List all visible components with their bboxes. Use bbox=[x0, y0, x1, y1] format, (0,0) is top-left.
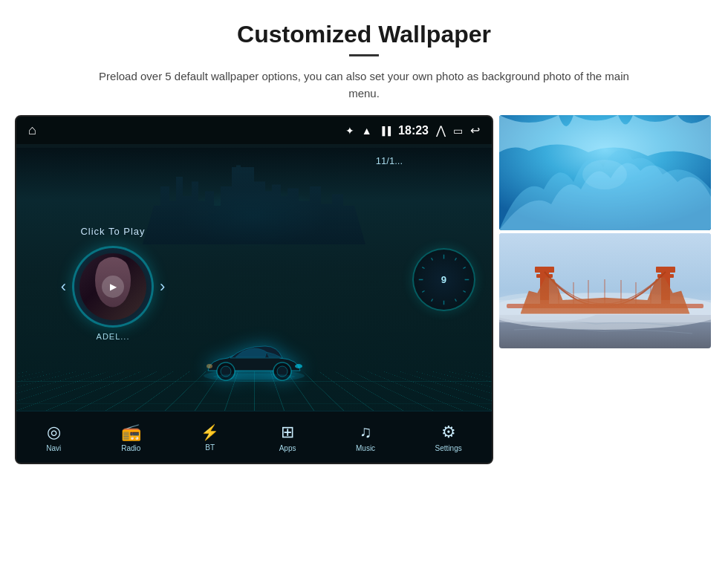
date-overlay: 11/1... bbox=[376, 155, 403, 166]
apps-label: Apps bbox=[279, 444, 296, 452]
wifi-icon: ▲ bbox=[362, 125, 372, 137]
home-icon[interactable]: ⌂ bbox=[28, 123, 36, 138]
nav-item-radio[interactable]: 📻 Radio bbox=[121, 423, 141, 452]
signal-icon: ▐▐ bbox=[379, 126, 391, 135]
next-button[interactable]: › bbox=[160, 277, 165, 296]
svg-line-19 bbox=[431, 258, 432, 260]
svg-rect-27 bbox=[507, 304, 703, 308]
svg-line-16 bbox=[422, 290, 424, 292]
car-screen: ⌂ ✦ ▲ ▐▐ 18:23 ⋀ ▭ ↩ Click To Play ‹ bbox=[15, 115, 493, 464]
svg-line-12 bbox=[463, 290, 465, 292]
nav-item-bt[interactable]: ⚡ BT bbox=[201, 423, 219, 452]
music-player: Click To Play ‹ ▶ › ADEL... bbox=[31, 163, 195, 403]
click-to-play-text[interactable]: Click To Play bbox=[80, 226, 145, 237]
wallpaper-thumb-bridge[interactable] bbox=[499, 233, 711, 348]
wallpaper-thumb-ice[interactable] bbox=[499, 115, 711, 230]
svg-rect-32 bbox=[656, 267, 675, 273]
main-scene: Click To Play ‹ ▶ › ADEL... bbox=[16, 148, 492, 411]
play-button[interactable]: ▶ bbox=[102, 276, 124, 298]
nav-item-apps[interactable]: ⊞ Apps bbox=[279, 423, 296, 452]
ice-cave-svg bbox=[499, 115, 711, 230]
bottom-nav: ◎ Navi 📻 Radio ⚡ BT ⊞ Apps ♫ Music ⚙ Set… bbox=[16, 411, 492, 463]
main-content: ⌂ ✦ ▲ ▐▐ 18:23 ⋀ ▭ ↩ Click To Play ‹ bbox=[15, 115, 713, 464]
svg-line-18 bbox=[422, 267, 424, 268]
settings-label: Settings bbox=[435, 444, 462, 452]
car-svg bbox=[195, 337, 313, 385]
music-label: Music bbox=[356, 444, 375, 452]
bt-icon: ⚡ bbox=[201, 423, 219, 441]
dial-ring: 9 bbox=[412, 248, 475, 311]
svg-rect-41 bbox=[499, 300, 711, 322]
back-icon[interactable]: ↩ bbox=[470, 123, 480, 137]
wallpaper-thumbnails bbox=[499, 115, 711, 348]
album-container: ‹ ▶ › bbox=[61, 246, 166, 328]
bluetooth-icon: ✦ bbox=[345, 125, 354, 137]
radio-icon: 📻 bbox=[121, 423, 141, 442]
page-title: Customized Wallpaper bbox=[237, 21, 491, 48]
status-time: 18:23 bbox=[398, 124, 429, 137]
nav-item-music[interactable]: ♫ Music bbox=[356, 423, 375, 452]
svg-point-7 bbox=[213, 374, 295, 380]
album-label: ADEL... bbox=[97, 332, 130, 341]
page-subtitle: Preload over 5 default wallpaper options… bbox=[97, 68, 631, 102]
status-right: ✦ ▲ ▐▐ 18:23 ⋀ ▭ ↩ bbox=[345, 123, 480, 137]
svg-rect-29 bbox=[535, 267, 554, 273]
navi-label: Navi bbox=[46, 444, 61, 452]
apps-icon: ⊞ bbox=[281, 423, 294, 442]
svg-text:9: 9 bbox=[441, 274, 446, 285]
car-visual bbox=[187, 337, 321, 388]
status-bar: ⌂ ✦ ▲ ▐▐ 18:23 ⋀ ▭ ↩ bbox=[16, 117, 492, 144]
navi-icon: ◎ bbox=[47, 423, 61, 442]
svg-line-13 bbox=[455, 299, 456, 301]
speed-dial: 9 bbox=[406, 155, 481, 403]
nav-item-navi[interactable]: ◎ Navi bbox=[46, 423, 61, 452]
svg-point-5 bbox=[295, 364, 302, 368]
status-left: ⌂ bbox=[28, 123, 36, 138]
expand-icon[interactable]: ⋀ bbox=[436, 123, 446, 137]
dial-ticks-svg: 9 bbox=[416, 252, 472, 307]
svg-point-6 bbox=[207, 364, 212, 368]
nav-item-settings[interactable]: ⚙ Settings bbox=[435, 423, 462, 452]
svg-point-22 bbox=[582, 160, 627, 189]
album-ring: ▶ bbox=[72, 246, 154, 328]
prev-button[interactable]: ‹ bbox=[61, 277, 66, 296]
music-icon: ♫ bbox=[360, 423, 372, 442]
svg-line-10 bbox=[463, 267, 465, 268]
window-icon[interactable]: ▭ bbox=[453, 125, 463, 137]
svg-line-9 bbox=[455, 258, 456, 260]
svg-point-25 bbox=[499, 293, 711, 330]
title-divider bbox=[349, 54, 379, 56]
bt-label: BT bbox=[205, 443, 215, 452]
svg-line-15 bbox=[431, 299, 432, 301]
settings-icon: ⚙ bbox=[441, 423, 456, 442]
radio-label: Radio bbox=[121, 444, 140, 452]
bridge-svg bbox=[499, 233, 711, 348]
